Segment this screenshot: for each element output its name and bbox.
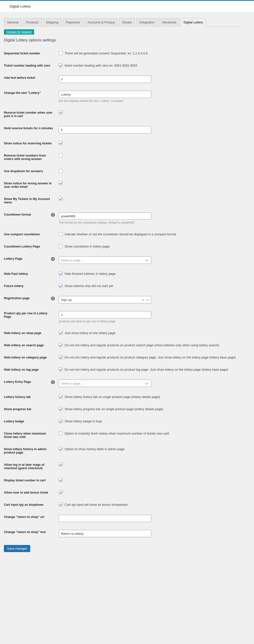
before_text-input[interactable] [59, 76, 152, 83]
notice_reserve-checkbox[interactable] [59, 141, 63, 145]
countdown_fmt-hint: The format for the countdown display. De… [59, 221, 242, 224]
tab-accounts-privacy[interactable]: Accounts & Privacy [84, 18, 118, 27]
chevron-down-icon [145, 381, 149, 384]
cd_lottery_page-label: Countdown Lottery Page [4, 245, 40, 248]
history_admin-checkbox[interactable] [59, 447, 63, 451]
hide_tag-checkbox[interactable] [59, 368, 63, 372]
progress_bar-checkbox[interactable] [59, 407, 63, 411]
compact_cd-checkbox[interactable] [59, 232, 63, 236]
notice_wrong-label: Show notice for wrong answer in user ord… [4, 182, 55, 188]
future_lottery-description: Show lotteries that did not start yet [64, 284, 113, 288]
dropdown_ans-label: Use dropdown for answers [4, 170, 43, 173]
hide_search-checkbox[interactable] [59, 343, 63, 347]
tab-digital-lottery[interactable]: Digital Lottery [180, 18, 206, 27]
entry_page-help-icon[interactable]: ? [51, 380, 55, 384]
hide_search-description: Do not mix lottery and regular products … [64, 343, 219, 347]
hide_search-label: Hide lottery on search page [4, 344, 44, 347]
allow_login-checkbox[interactable] [59, 462, 63, 466]
display_cart-checkbox[interactable] [59, 478, 63, 482]
countdown_fmt-input[interactable] [59, 212, 152, 220]
history_tab-checkbox[interactable] [59, 395, 63, 399]
history_admin-description: Option to show history table in admin pa… [64, 447, 124, 451]
page-header: Digital Lottery [0, 1, 254, 12]
tab-general[interactable]: General [4, 18, 22, 27]
save-button[interactable]: Save changes [4, 545, 30, 552]
countdown_fmt-help-icon[interactable]: ? [51, 213, 55, 217]
change_lottery-hint: this text replace where the text `Lotter… [59, 99, 242, 103]
close_max-checkbox[interactable] [59, 431, 63, 435]
cd_lottery_page-checkbox[interactable] [59, 244, 63, 248]
hide_category-checkbox[interactable] [59, 355, 63, 359]
hide_shop-label: Hide lottery on shop page [4, 332, 42, 335]
tab-advanced[interactable]: Advanced [159, 18, 179, 27]
hide_past-checkbox[interactable] [59, 272, 63, 276]
return_text-label: Change "return to shop" text [4, 530, 46, 534]
leading_zero-checkbox[interactable] [59, 64, 63, 67]
cart_qty_dd-checkbox[interactable] [59, 502, 63, 506]
my_tickets-label: Show My Tickets in My Account menu [4, 197, 55, 204]
qty_per_row-label: Product qty per row in Lottery Page [4, 312, 55, 318]
return_url-label: Change "return to shop" url [4, 515, 44, 519]
tab-payments[interactable]: Payments [63, 18, 83, 27]
hide_category-description: Do not mix lottery and regular products … [64, 355, 236, 360]
lottery_page-select[interactable]: Select a page… [59, 256, 152, 264]
countdown_fmt-label: Countdown format [4, 213, 31, 216]
tab-integration[interactable]: Integration [136, 18, 158, 27]
seq_ticket-description: Ticket will be generated numeric Sequent… [64, 51, 148, 55]
hold_minutes-input[interactable] [59, 126, 152, 134]
hold_minutes-label: Hold reserve tickets for n minutes [4, 126, 53, 130]
lottery_page-label: Lottery Page [4, 257, 22, 260]
change_lottery-label: Change the text "Lottery" [4, 91, 41, 94]
dropdown_ans-checkbox[interactable] [59, 169, 63, 173]
reg_page-selected-value: Sign up [61, 298, 72, 302]
settings-tabs: GeneralProductsShippingPaymentsAccounts … [4, 18, 242, 27]
reserve_cart-label: Reserve ticket number when user puts it … [4, 111, 55, 118]
change_lottery-input[interactable] [59, 91, 152, 98]
notice_wrong-checkbox[interactable] [59, 181, 63, 185]
reserve_cart-checkbox[interactable] [59, 110, 63, 114]
hide_past-description: Hide finished lotteries in lottery page [64, 272, 116, 276]
notice_reserve-label: Show notice for reserving tickets [4, 142, 52, 145]
lottery_page-placeholder: Select a page… [61, 258, 84, 262]
qty_per_row-input[interactable] [59, 311, 152, 318]
my_tickets-checkbox[interactable] [59, 197, 63, 201]
hide_shop-description: Just show lottery on the lottery page [64, 331, 115, 335]
allow_login-label: Allow log in at later stage of checkout … [4, 463, 55, 470]
compact_cd-label: Use compact countdown [4, 233, 40, 236]
hide_past-label: Hide Past lottery [4, 272, 28, 276]
entry_page-select[interactable]: Select a page… [59, 380, 152, 387]
remove_wrong-checkbox[interactable] [59, 154, 63, 157]
seq_ticket-checkbox[interactable] [59, 51, 63, 55]
lottery_page-help-icon[interactable]: ? [51, 257, 55, 261]
progress_bar-description: Show lottery progress bar on single prod… [64, 407, 163, 411]
section-title: Digital Lottery options settings [4, 38, 242, 42]
close_max-description: Option to instantly finish lottery when … [64, 431, 169, 436]
reg_page-select[interactable]: Sign up× [59, 296, 152, 303]
reg_page-help-icon[interactable]: ? [51, 296, 55, 300]
badge-checkbox[interactable] [59, 419, 63, 423]
future_lottery-checkbox[interactable] [59, 284, 63, 288]
cart_qty_dd-label: Cart input qty as dropdown [4, 503, 44, 506]
entry_page-placeholder: Select a page… [61, 382, 84, 385]
hide_tag-description: Do not mix lottery and regular products … [64, 368, 228, 372]
chevron-down-icon [146, 298, 149, 301]
tab-shipping[interactable]: Shipping [43, 18, 62, 27]
reg_page-clear-icon[interactable]: × [142, 298, 144, 302]
allow_bonus-checkbox[interactable] [59, 490, 63, 494]
hide_shop-checkbox[interactable] [59, 331, 63, 335]
tab-products[interactable]: Products [23, 18, 42, 27]
future_lottery-label: Future lottery [4, 284, 24, 288]
qty_per_row-hint: products will show in per row in lottery… [59, 320, 242, 323]
hide_tag-label: Hide lottery on tag page [4, 368, 38, 372]
display_cart-label: Display ticket number in cart [4, 479, 46, 482]
chevron-down-icon [145, 258, 149, 262]
cart_qty_dd-description: Cart qty input will show as bonus drowpd… [64, 502, 128, 507]
before_text-label: Add text before ticket [4, 76, 35, 80]
hide_category-label: Hide lottery on category page [4, 356, 47, 359]
history_admin-label: Show lottery history in admin product pa… [4, 448, 55, 454]
return_text-input[interactable] [59, 530, 152, 537]
tab-emails[interactable]: Emails [119, 18, 135, 27]
contact-support-button[interactable]: Contact for Support [4, 29, 34, 35]
return_url-input[interactable] [59, 515, 152, 522]
leading_zero-description: ticket number leading with zero ex: 0001… [64, 64, 137, 68]
